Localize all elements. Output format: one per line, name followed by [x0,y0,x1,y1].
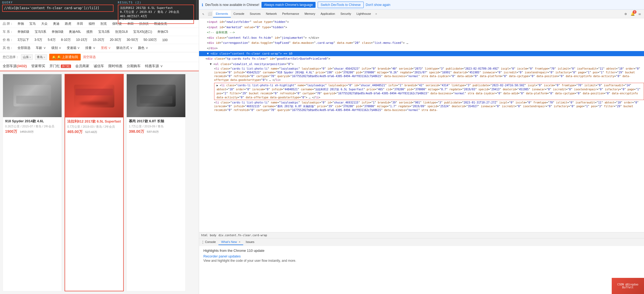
results-line4: 周边城市 [120,18,192,22]
tab-security[interactable]: Security [338,10,354,17]
tab-limited[interactable]: 限时特惠 [108,64,122,69]
breadcrumb-html[interactable]: html [201,234,208,237]
whats-new-highlights: Highlights from the Chrome 110 update [203,249,640,253]
tab-honest[interactable]: 诚信车 [94,64,104,69]
price-100[interactable]: 100 [161,38,169,42]
series-benz-e[interactable]: 奔驰E级 [16,29,30,34]
tab-memory[interactable]: Memory [302,10,318,17]
price-10-15[interactable]: 10-15万 [75,37,89,42]
series-audi-a6l[interactable]: 奥迪A6L [68,29,82,34]
query-value: //div[@class='content fn-clear card-wrap… [4,6,99,10]
element-picker-icon[interactable]: ↖ [200,11,207,17]
html-line-8: <div class="tp-cards-tofu fn-clear" id="… [199,56,644,62]
bottom-menu-icon[interactable]: ⋮ [200,240,202,244]
tab-elements[interactable]: Elements [213,10,231,17]
filter-mileage[interactable]: 里程 ∨ [100,45,112,51]
series-bmw3[interactable]: 宝马3系 [97,29,111,34]
whats-new-close-icon[interactable]: × [239,241,240,243]
filter-all[interactable]: 全部筛选 [16,45,31,51]
price-under3[interactable]: 3万以下 [16,37,30,42]
tab-network[interactable]: Network [263,10,279,17]
tag-qingdao[interactable]: 青岛 × [35,54,47,60]
car-price-orig-2: 527.43万 [85,130,97,134]
recorder-link[interactable]: Recorder panel updates [203,254,241,258]
tab-performance[interactable]: Performance [279,10,302,17]
match-language-button[interactable]: Always match Chrome's language [261,2,316,8]
series-lansheng[interactable]: 揽胜 [85,29,94,34]
html-line-5: <div id="currengpostion" data-toggle="to… [199,40,644,46]
feedback-icon[interactable]: ✉ [636,11,643,17]
filter-color[interactable]: 颜色 ∨ [137,45,149,51]
breadcrumb-body[interactable]: body [210,234,216,237]
notify-button[interactable]: 🔔 🔔 上新通知我 [49,54,81,60]
bottom-tab-issues[interactable]: Issues [243,239,257,245]
breadcrumb-div[interactable]: div.content.fn-clear.card-wrap [218,234,267,237]
car-image-1 [3,74,62,117]
brand-audi[interactable]: 奥迪 [52,21,61,26]
devtools-icons: ⚙ 🔔 9 ✉ [622,11,643,17]
dont-show-link[interactable]: Don't show again [366,3,391,7]
tab-all[interactable]: 全部车源(3432) [3,64,27,69]
tag-shandong[interactable]: 山东 × [21,54,33,60]
price-8-10[interactable]: 8-10万 [60,37,72,42]
query-scrollbar[interactable] [196,0,199,20]
brand-toyota[interactable]: 丰田 [76,21,84,26]
price-3-5[interactable]: 3-5万 [33,37,43,42]
tab-vip[interactable]: 会员商家 [75,64,89,69]
series-benz-s[interactable]: 奔驰S级 [51,29,65,34]
results-line1: 法拉利812 2017款 6.5L Superfast [120,6,192,10]
car-card-1[interactable]: 918 Spyder 2014款 4.6L 0.26万公里 / 2015-07 … [3,74,62,291]
devtools-tabs-bar: ↖ ⬜ Elements Console Sources Network Per… [199,10,644,18]
tab-agent[interactable]: 管家帮买 [31,64,45,69]
brand-buick[interactable]: 别克 [99,21,108,26]
car-price-2: 465.00万 [67,130,83,134]
query-input-box[interactable]: //div[@class='content fn-clear card-wrap… [2,5,114,12]
tab-sources[interactable]: Sources [247,10,263,17]
tab-installment[interactable]: 分期购车 [127,64,141,69]
brand-vw[interactable]: 大众 [40,21,49,26]
series-buick-gl8[interactable]: 别克GL8 [114,29,129,34]
price-5-8[interactable]: 5-8万 [47,37,56,42]
filter-level[interactable]: 级别 ∨ [50,45,62,51]
switch-language-button[interactable]: Switch DevTools to Chinese [318,2,364,8]
series-bmw-x5[interactable]: 宝马X5(进口) [132,29,153,34]
filter-drive[interactable]: 驱动方式 ∨ [115,45,134,51]
price-15-20[interactable]: 15-20万 [92,37,105,42]
clear-filter[interactable]: 清空筛选 [83,55,96,59]
price-30-50[interactable]: 30-50万 [126,37,139,42]
series-benz-c[interactable]: 奔驰C5 [156,29,169,34]
brand-ford[interactable]: 福特 [87,21,96,26]
car-card-2[interactable]: 法拉利812 2017款 6.5L Superfast 0.7万公里 / 201… [65,74,124,291]
results-line3: 465.00万527.43万 [120,14,192,18]
html-line-6: </div> [199,46,644,51]
tab-console[interactable]: Console [231,10,247,17]
car-card-3[interactable]: 慕尚 2017款 6.8T 长轴 1.7万公里 / 2019-09 / 青岛 3… [126,74,186,291]
car-price-orig-1: 1453.23万 [20,130,34,134]
tab-open[interactable]: 开门红 开门红 [49,64,71,69]
filter-gearbox[interactable]: 变速箱 ∨ [66,45,81,51]
html-line-7[interactable]: ▼ <div class="content fn-clear card-wrap… [199,51,644,56]
price-20-30[interactable]: 20-30万 [109,37,122,42]
filter-age[interactable]: 车龄 ∨ [35,45,47,51]
info-icon: ℹ [202,3,203,7]
series-bmw5[interactable]: 宝马5系 [34,29,47,34]
device-toolbar-icon[interactable]: ⬜ [207,11,213,17]
bottom-tab-console[interactable]: Console [202,239,218,245]
price-50-100[interactable]: 50-100万 [143,37,158,42]
settings-icon[interactable]: ⚙ [622,11,629,17]
tab-application[interactable]: Application [318,10,338,17]
notification-icon[interactable]: 🔔 9 [629,11,636,17]
tab-lighthouse[interactable]: Lighthouse [354,10,374,17]
html-line-li-1: <li class="cards-li list-photo-li" name=… [199,67,644,82]
selection-label: 您已选择： [3,55,19,59]
bottom-tab-whats-new[interactable]: What's New × [218,239,243,245]
brand-benz[interactable]: 奔驰 [16,21,25,26]
tab-special[interactable]: 特惠车源 ∨ [145,64,163,69]
more-tabs-button[interactable]: » [374,11,379,17]
query-label: QUERY [2,1,114,4]
car-price-orig-3: 537.31万 [147,130,159,134]
car-grid: 918 Spyder 2014款 4.6L 0.26万公里 / 2015-07 … [0,71,199,294]
brand-bmw[interactable]: 宝马 [28,21,37,26]
brand-landrover[interactable]: 路虎 [64,21,72,26]
filter-displacement[interactable]: 排量 ∨ [84,45,96,51]
